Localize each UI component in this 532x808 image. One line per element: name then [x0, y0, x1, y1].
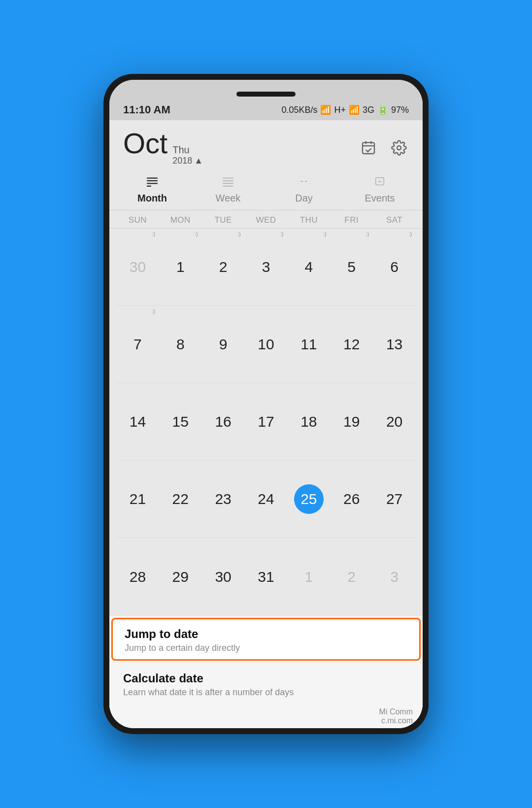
tab-month-label: Month: [137, 193, 167, 204]
weekdays-header: SUN MON TUE WED THU FRI SAT: [109, 210, 423, 229]
notch-bar: [109, 80, 423, 100]
year-label: 2018 ▲: [172, 156, 203, 166]
day-2-next[interactable]: 2: [330, 538, 373, 615]
day-23[interactable]: 23: [202, 461, 245, 538]
day-7[interactable]: 7 :): [116, 306, 159, 383]
calendar-week-4: 21 22 23 24 25: [116, 461, 416, 538]
settings-button[interactable]: [389, 138, 409, 158]
network-speed: 0.05KB/s: [281, 105, 317, 115]
day-14[interactable]: 14: [116, 383, 159, 460]
calendar-week-5: 28 29 30 31 1: [116, 538, 416, 615]
day-25-today[interactable]: 25: [287, 461, 330, 538]
tab-day[interactable]: Day: [266, 171, 342, 210]
events-tab-icon: [373, 176, 386, 190]
jump-to-date-desc: Jump to a certain day directly: [125, 643, 407, 653]
today-highlight: 25: [294, 484, 324, 514]
view-tabs: Month Week: [109, 171, 423, 210]
calculate-date-item[interactable]: Calculate date Learn what date it is aft…: [109, 663, 423, 706]
day-31[interactable]: 31: [245, 538, 288, 615]
calendar-import-button[interactable]: [359, 138, 378, 158]
day-18[interactable]: 18: [287, 383, 330, 460]
svg-point-4: [397, 146, 401, 150]
header-actions: [359, 138, 409, 158]
header-left: Oct Thu 2018 ▲: [123, 129, 203, 166]
battery-icon: 🔋: [377, 104, 388, 115]
day-27[interactable]: 27: [373, 461, 416, 538]
day-1-next[interactable]: 1: [287, 538, 330, 615]
calculate-date-title: Calculate date: [123, 672, 409, 685]
calendar-week-2: 7 :) 8 9 10 11: [116, 306, 416, 383]
day-12[interactable]: 12: [330, 306, 373, 383]
signal2-icon: 📶: [349, 104, 360, 115]
network-type2: 3G: [363, 105, 374, 115]
battery-percent: 97%: [391, 105, 409, 115]
tab-week-label: Week: [216, 193, 241, 204]
header-date-info: Thu 2018 ▲: [172, 144, 203, 166]
day-6[interactable]: 6 :): [373, 229, 416, 305]
day-3-next[interactable]: 3: [373, 538, 416, 615]
time-display: 11:10 AM: [123, 103, 170, 116]
svg-rect-15: [376, 178, 384, 185]
phone-frame: 11:10 AM 0.05KB/s 📶 H+ 📶 3G 🔋 97% Oct Th…: [103, 74, 429, 734]
calendar-area: SUN MON TUE WED THU FRI SAT 30 :): [109, 210, 423, 615]
jump-to-date-title: Jump to date: [125, 627, 407, 641]
svg-rect-0: [363, 142, 374, 154]
watermark: Mi Commc.mi.com: [109, 706, 423, 728]
signal-icon: 📶: [320, 104, 331, 115]
tab-week[interactable]: Week: [190, 171, 266, 210]
week-tab-icon: [222, 176, 234, 190]
day-24[interactable]: 24: [245, 461, 288, 538]
day-29[interactable]: 29: [159, 538, 202, 615]
calculate-date-desc: Learn what date it is after a number of …: [123, 687, 409, 698]
day-4[interactable]: 4 :): [287, 229, 330, 305]
jump-to-date-item[interactable]: Jump to date Jump to a certain day direc…: [111, 618, 421, 661]
day-17[interactable]: 17: [245, 383, 288, 460]
day-9[interactable]: 9: [202, 306, 245, 383]
weekday-wed: WED: [245, 215, 288, 225]
day-3[interactable]: 3 :): [245, 229, 288, 305]
weekday-fri: FRI: [330, 215, 373, 225]
day-8[interactable]: 8: [159, 306, 202, 383]
tab-events[interactable]: Events: [342, 171, 418, 210]
status-right: 0.05KB/s 📶 H+ 📶 3G 🔋 97%: [281, 104, 409, 115]
tab-day-label: Day: [295, 193, 313, 204]
calendar-grid: 30 :) 1 :) 2 :) 3 :): [109, 229, 423, 615]
notch: [236, 92, 296, 97]
day-13[interactable]: 13: [373, 306, 416, 383]
weekday-sun: SUN: [116, 215, 159, 225]
weekday-mon: MON: [159, 215, 202, 225]
tab-month[interactable]: Month: [114, 171, 190, 210]
day-tab-icon: [298, 176, 310, 190]
day-28[interactable]: 28: [116, 538, 159, 615]
day-20[interactable]: 20: [373, 383, 416, 460]
calendar-header: Oct Thu 2018 ▲: [109, 120, 423, 171]
day-16[interactable]: 16: [202, 383, 245, 460]
phone-screen: 11:10 AM 0.05KB/s 📶 H+ 📶 3G 🔋 97% Oct Th…: [109, 80, 423, 728]
month-tab-icon: [146, 176, 159, 190]
status-bar: 11:10 AM 0.05KB/s 📶 H+ 📶 3G 🔋 97%: [109, 100, 423, 120]
weekday-tue: TUE: [202, 215, 245, 225]
day-10[interactable]: 10: [245, 306, 288, 383]
day-22[interactable]: 22: [159, 461, 202, 538]
day-11[interactable]: 11: [287, 306, 330, 383]
day-2[interactable]: 2 :): [202, 229, 245, 305]
day-21[interactable]: 21: [116, 461, 159, 538]
day-19[interactable]: 19: [330, 383, 373, 460]
day-26[interactable]: 26: [330, 461, 373, 538]
month-display: Oct: [123, 129, 167, 158]
day-30[interactable]: 30: [202, 538, 245, 615]
weekday-sat: SAT: [373, 215, 416, 225]
tab-events-label: Events: [365, 193, 395, 204]
day-15[interactable]: 15: [159, 383, 202, 460]
weekday-thu: THU: [287, 215, 330, 225]
day-30-prev[interactable]: 30 :): [116, 229, 159, 305]
network-type: H+: [334, 105, 346, 115]
day-label: Thu: [172, 144, 203, 156]
day-5[interactable]: 5 :): [330, 229, 373, 305]
day-1[interactable]: 1 :): [159, 229, 202, 305]
bottom-menu: Jump to date Jump to a certain day direc…: [109, 615, 423, 728]
app-content: Oct Thu 2018 ▲: [109, 120, 423, 728]
calendar-week-3: 14 15 16 17 18: [116, 383, 416, 461]
calendar-week-1: 30 :) 1 :) 2 :) 3 :): [116, 229, 416, 306]
